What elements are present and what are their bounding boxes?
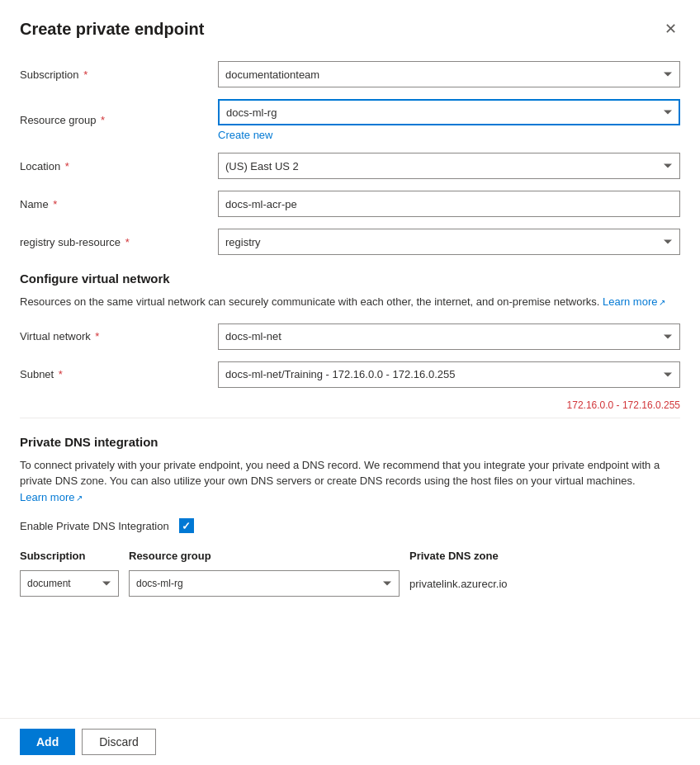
resource-group-label: Resource group *	[20, 114, 218, 126]
dns-subscription-select-wrapper: document	[20, 570, 119, 597]
create-new-link[interactable]: Create new	[218, 129, 680, 141]
subscription-label: Subscription *	[20, 68, 218, 81]
dns-resource-group-select[interactable]: docs-ml-rg	[129, 570, 400, 597]
discard-button[interactable]: Discard	[82, 729, 155, 755]
subnet-control: docs-ml-net/Training - 172.16.0.0 - 172.…	[218, 361, 680, 388]
enable-dns-row: Enable Private DNS Integration ✓	[20, 518, 680, 533]
subscription-control: documentationteam	[218, 61, 680, 87]
dialog-body: Subscription * documentationteam Resourc…	[0, 54, 700, 718]
virtual-network-description: Resources on the same virtual network ca…	[20, 294, 680, 310]
required-star-vnet: *	[92, 330, 100, 342]
registry-sub-resource-control: registry	[218, 229, 680, 255]
ip-range-text: 172.16.0.0 - 172.16.0.255	[20, 399, 680, 411]
name-control	[218, 191, 680, 217]
resource-group-control: docs-ml-rg Create new	[218, 99, 680, 141]
checkmark-icon: ✓	[182, 520, 191, 532]
dns-row-resource-group: docs-ml-rg	[129, 570, 400, 597]
external-link-icon: ↗	[659, 296, 665, 309]
add-button[interactable]: Add	[20, 729, 75, 755]
location-control: (US) East US 2	[218, 153, 680, 179]
resource-group-wrapper: docs-ml-rg Create new	[218, 99, 680, 141]
location-row: Location * (US) East US 2	[20, 153, 680, 179]
resource-group-row: Resource group * docs-ml-rg Create new	[20, 99, 680, 141]
virtual-network-learn-more-link[interactable]: Learn more↗	[603, 295, 665, 308]
create-private-endpoint-dialog: Create private endpoint ✕ Subscription *…	[0, 0, 700, 765]
resource-group-select-wrapper: docs-ml-rg	[218, 99, 680, 125]
dns-resource-group-select-wrapper: docs-ml-rg	[129, 570, 400, 597]
dns-learn-more-link[interactable]: Learn more↗	[20, 491, 83, 503]
dns-header-subscription: Subscription	[20, 550, 119, 562]
dialog-header: Create private endpoint ✕	[0, 0, 700, 54]
registry-sub-resource-row: registry sub-resource * registry	[20, 229, 680, 255]
subnet-row: Subnet * docs-ml-net/Training - 172.16.0…	[20, 361, 680, 388]
divider	[20, 418, 680, 418]
dns-header-dns-zone: Private DNS zone	[409, 550, 680, 562]
required-star-name: *	[50, 198, 58, 210]
required-star-rg: *	[98, 114, 106, 126]
dialog-title: Create private endpoint	[20, 20, 204, 39]
dns-table-row: document docs-ml-rg privatelink.azurecr.…	[20, 567, 680, 600]
enable-dns-label: Enable Private DNS Integration	[20, 520, 169, 532]
subnet-select-wrapper: docs-ml-net/Training - 172.16.0.0 - 172.…	[218, 361, 680, 388]
required-star-loc: *	[62, 160, 69, 172]
enable-dns-checkbox[interactable]: ✓	[179, 518, 194, 533]
name-label: Name *	[20, 198, 218, 210]
dns-section: Private DNS integration To connect priva…	[20, 435, 680, 601]
virtual-network-label: Virtual network *	[20, 330, 218, 342]
virtual-network-select[interactable]: docs-ml-net	[218, 323, 680, 350]
subnet-select[interactable]: docs-ml-net/Training - 172.16.0.0 - 172.…	[218, 361, 680, 388]
subnet-label: Subnet *	[20, 368, 218, 380]
dns-subscription-select[interactable]: document	[20, 570, 119, 597]
virtual-network-row: Virtual network * docs-ml-net	[20, 323, 680, 350]
location-select-wrapper: (US) East US 2	[218, 153, 680, 179]
name-input[interactable]	[218, 191, 680, 217]
dns-section-header: Private DNS integration	[20, 435, 680, 449]
virtual-network-select-wrapper: docs-ml-net	[218, 323, 680, 350]
required-star-subnet: *	[55, 368, 63, 380]
registry-sub-resource-select[interactable]: registry	[218, 229, 680, 255]
virtual-network-control: docs-ml-net	[218, 323, 680, 350]
close-button[interactable]: ✕	[661, 17, 680, 41]
dns-section-description: To connect privately with your private e…	[20, 457, 680, 506]
dns-header-resource-group: Resource group	[129, 550, 400, 562]
dns-row-dns-zone: privatelink.azurecr.io	[409, 578, 680, 590]
name-row: Name *	[20, 191, 680, 217]
resource-group-select[interactable]: docs-ml-rg	[218, 99, 680, 125]
required-star: *	[81, 68, 88, 81]
location-label: Location *	[20, 160, 218, 172]
subscription-select[interactable]: documentationteam	[218, 61, 680, 87]
subscription-select-wrapper: documentationteam	[218, 61, 680, 87]
required-star-reg: *	[122, 236, 130, 248]
dns-external-link-icon: ↗	[76, 492, 83, 504]
dns-table-header: Subscription Resource group Private DNS …	[20, 546, 680, 567]
registry-sub-resource-select-wrapper: registry	[218, 229, 680, 255]
subscription-row: Subscription * documentationteam	[20, 61, 680, 87]
registry-sub-resource-label: registry sub-resource *	[20, 236, 218, 248]
dialog-footer: Add Discard	[0, 718, 700, 765]
dns-row-subscription: document	[20, 570, 119, 597]
virtual-network-section-header: Configure virtual network	[20, 272, 680, 286]
close-icon: ✕	[665, 20, 677, 38]
location-select[interactable]: (US) East US 2	[218, 153, 680, 179]
